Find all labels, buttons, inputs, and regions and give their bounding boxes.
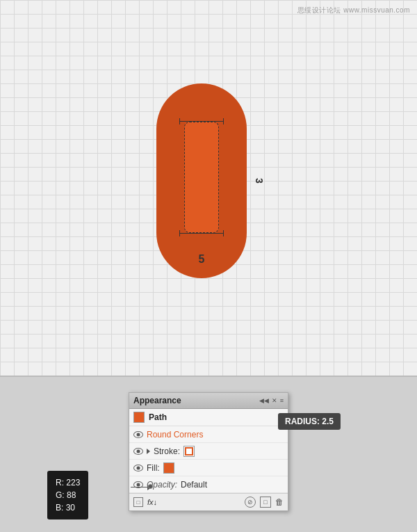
path-color-swatch[interactable]: [133, 412, 145, 423]
color-g-value: G: 88: [56, 489, 80, 501]
appearance-panel: Appearance ◀◀ ✕ ≡ Path Round Corners Str…: [129, 392, 288, 511]
color-r-value: R: 223: [56, 476, 80, 489]
panel-titlebar: Appearance ◀◀ ✕ ≡: [129, 393, 288, 409]
footer-copy-icon[interactable]: □: [260, 497, 271, 508]
canvas-area: 思绥设计论坛 www.missvuan.com 3 5: [0, 0, 417, 376]
panel-controls: ◀◀ ✕ ≡: [259, 397, 284, 404]
stroke-label: Stroke:: [154, 446, 180, 456]
footer-square-icon[interactable]: □: [133, 497, 143, 507]
round-corners-row: Round Corners: [129, 426, 288, 443]
path-label: Path: [149, 412, 167, 422]
watermark: 思绥设计论坛 www.missvuan.com: [297, 6, 410, 15]
color-info-box: R: 223 G: 88 B: 30: [47, 471, 88, 519]
panel-minimize-btn[interactable]: ◀◀: [259, 397, 269, 404]
path-row: Path: [129, 409, 288, 426]
panel-menu-btn[interactable]: ≡: [280, 397, 284, 404]
color-b-value: B: 30: [56, 501, 80, 514]
panel-footer: □ fx↓ ⊘ □ 🗑: [129, 493, 288, 510]
dim-width-label: 3: [254, 178, 265, 184]
dim-height-label: 5: [199, 253, 205, 266]
panel-close-btn[interactable]: ✕: [272, 397, 277, 404]
radius-tooltip: RADIUS: 2.5: [278, 413, 341, 430]
stroke-row: Stroke:: [129, 443, 288, 460]
fill-row: Fill:: [129, 460, 288, 476]
fill-eye-icon[interactable]: [133, 465, 143, 471]
opacity-row: Opacity: Default: [129, 476, 288, 493]
stroke-expand-icon[interactable]: [147, 449, 150, 454]
dim-line-bottom: [179, 233, 224, 234]
round-corners-eye-icon[interactable]: [133, 431, 143, 438]
opacity-value: Default: [181, 480, 207, 490]
panel-title: Appearance: [133, 396, 181, 405]
bottom-panel: Appearance ◀◀ ✕ ≡ Path Round Corners Str…: [0, 376, 417, 532]
inner-rect[interactable]: [184, 122, 219, 233]
dim-line-top: [179, 121, 224, 122]
fill-label: Fill:: [147, 463, 160, 473]
footer-no-icon[interactable]: ⊘: [245, 497, 256, 508]
stroke-eye-icon[interactable]: [133, 448, 143, 455]
dot-indicator: [148, 484, 153, 489]
footer-delete-icon[interactable]: 🗑: [275, 497, 284, 507]
stroke-swatch[interactable]: [183, 446, 195, 457]
fill-swatch[interactable]: [163, 462, 174, 474]
round-corners-link[interactable]: Round Corners: [147, 430, 203, 440]
fx-button[interactable]: fx↓: [147, 498, 157, 506]
shape-container: 3 5: [146, 76, 257, 285]
outer-pill[interactable]: 3 5: [156, 83, 247, 278]
